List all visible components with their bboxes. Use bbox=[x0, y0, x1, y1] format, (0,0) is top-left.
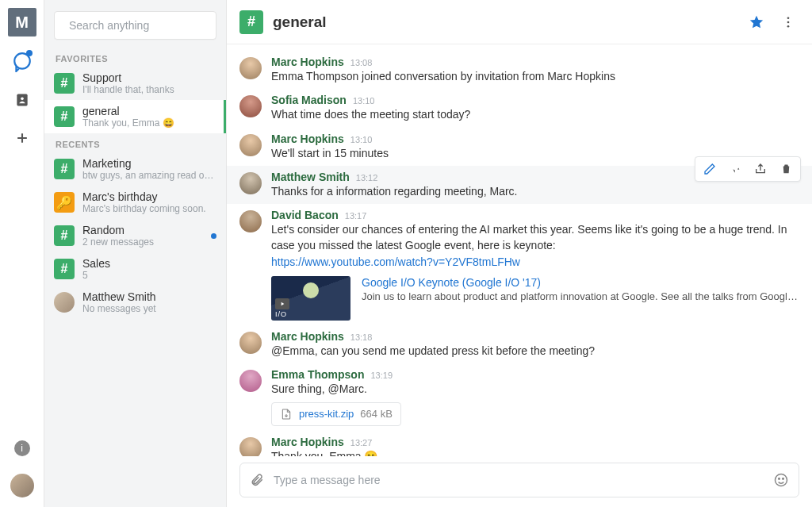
message-author[interactable]: Marc Hopkins bbox=[271, 330, 344, 343]
message-avatar[interactable] bbox=[239, 437, 262, 456]
link-preview[interactable]: Google I/O Keynote (Google I/O '17) Join… bbox=[271, 276, 799, 321]
conversation-preview: I'll handle that, thanks bbox=[82, 84, 216, 95]
conversation-title: Random bbox=[82, 224, 203, 236]
sidebar: FAVORITES # Support I'll handle that, th… bbox=[44, 0, 227, 507]
svg-point-5 bbox=[787, 21, 790, 23]
sidebar-item-marketing[interactable]: # Marketing btw guys, an amazing read on… bbox=[44, 152, 226, 186]
nav-rail: M i bbox=[0, 0, 44, 507]
share-button[interactable] bbox=[748, 159, 773, 179]
channel-title: general bbox=[273, 13, 327, 31]
svg-point-7 bbox=[776, 474, 787, 486]
message-author[interactable]: Marc Hopkins bbox=[271, 133, 344, 145]
conversation-title: Matthew Smith bbox=[82, 290, 216, 303]
message-avatar[interactable] bbox=[239, 332, 262, 354]
conversation-title: Support bbox=[82, 71, 216, 84]
conversation-preview: 5 bbox=[82, 270, 216, 281]
file-size: 664 kB bbox=[360, 408, 392, 420]
nav-contacts[interactable] bbox=[10, 87, 35, 113]
message-time: 13:10 bbox=[350, 135, 373, 144]
svg-point-9 bbox=[783, 478, 784, 480]
sidebar-item-random[interactable]: # Random 2 new messages bbox=[44, 219, 226, 252]
chat-pane: # general Marc Hopkins 13:08 Emma Thomps… bbox=[227, 0, 812, 507]
message-time: 13:10 bbox=[353, 96, 375, 106]
message-time: 13:19 bbox=[370, 371, 393, 380]
conversation-preview: btw guys, an amazing read on … bbox=[82, 170, 216, 181]
link-thumb bbox=[271, 276, 350, 321]
message-text: Let's consider our chances of entering t… bbox=[271, 221, 799, 270]
svg-point-4 bbox=[787, 17, 790, 19]
channel-badge-icon: 🔑 bbox=[54, 192, 75, 213]
favorite-button[interactable] bbox=[745, 11, 768, 33]
message-text: What time does the meeting start today? bbox=[271, 106, 799, 122]
message-avatar[interactable] bbox=[239, 57, 262, 79]
message-author[interactable]: Matthew Smith bbox=[271, 171, 350, 183]
nav-add[interactable] bbox=[10, 125, 35, 151]
message-author[interactable]: David Bacon bbox=[271, 209, 339, 221]
message: Marc Hopkins 13:27 Thank you, Emma 😄 bbox=[227, 431, 812, 456]
message-author[interactable]: Marc Hopkins bbox=[271, 436, 344, 448]
message-text: Emma Thompson joined conversation by inv… bbox=[271, 68, 799, 84]
message-avatar[interactable] bbox=[239, 95, 262, 117]
svg-point-2 bbox=[21, 98, 24, 101]
message-author[interactable]: Emma Thompson bbox=[271, 368, 364, 381]
message-text: Thanks for a information regarding meeti… bbox=[271, 183, 799, 199]
message-time: 13:17 bbox=[345, 211, 367, 221]
file-attachment[interactable]: press-kit.zip 664 kB bbox=[271, 402, 401, 426]
message-text: Thank you, Emma 😄 bbox=[271, 448, 799, 456]
conversation-preview: Thank you, Emma 😄 bbox=[82, 117, 216, 129]
channel-badge-icon: # bbox=[54, 73, 75, 94]
sidebar-item-marc-s-birthday[interactable]: 🔑 Marc's birthday Marc's birthday coming… bbox=[44, 186, 226, 219]
message-time: 13:27 bbox=[350, 438, 373, 447]
workspace-logo[interactable]: M bbox=[8, 8, 36, 36]
conversation-preview: 2 new messages bbox=[82, 236, 203, 248]
nav-messages[interactable] bbox=[10, 49, 35, 75]
channel-badge-icon: # bbox=[54, 225, 75, 246]
conversation-preview: Marc's birthday coming soon. bbox=[82, 203, 216, 214]
favorites-header: FAVORITES bbox=[44, 48, 226, 67]
recents-header: RECENTS bbox=[44, 133, 226, 152]
search-input[interactable] bbox=[69, 19, 208, 32]
message-time: 13:18 bbox=[350, 332, 373, 342]
composer[interactable] bbox=[239, 463, 799, 497]
message-author[interactable]: Marc Hopkins bbox=[271, 56, 344, 68]
pin-button[interactable] bbox=[722, 159, 748, 179]
channel-icon: # bbox=[239, 10, 263, 34]
message-time: 13:08 bbox=[350, 58, 373, 67]
link-title: Google I/O Keynote (Google I/O '17) bbox=[362, 276, 799, 289]
file-icon bbox=[280, 407, 293, 421]
conversation-title: general bbox=[82, 105, 216, 117]
search-box[interactable] bbox=[54, 11, 216, 40]
channel-badge-icon: # bbox=[54, 259, 75, 279]
file-name: press-kit.zip bbox=[299, 408, 354, 420]
message: Sofia Madison 13:10 What time does the m… bbox=[227, 89, 812, 127]
info-icon[interactable]: i bbox=[14, 440, 30, 456]
conversation-preview: No messages yet bbox=[82, 303, 216, 314]
message-avatar[interactable] bbox=[239, 134, 262, 156]
sidebar-item-matthew-smith[interactable]: Matthew Smith No messages yet bbox=[44, 286, 226, 319]
attach-icon[interactable] bbox=[250, 473, 264, 487]
sidebar-item-sales[interactable]: # Sales 5 bbox=[44, 252, 226, 286]
composer-input[interactable] bbox=[274, 474, 764, 486]
message: Matthew Smith 13:12 Thanks for a informa… bbox=[227, 166, 812, 204]
message: David Bacon 13:17 Let's consider our cha… bbox=[227, 204, 812, 325]
message-avatar[interactable] bbox=[239, 172, 262, 194]
conversation-title: Marc's birthday bbox=[82, 190, 216, 203]
svg-point-8 bbox=[779, 478, 780, 480]
message-avatar[interactable] bbox=[239, 210, 262, 232]
message: Emma Thompson 13:19 Sure thing, @Marc. p… bbox=[227, 363, 812, 430]
more-menu-button[interactable] bbox=[777, 11, 799, 33]
current-user-avatar[interactable] bbox=[10, 474, 34, 497]
emoji-icon[interactable] bbox=[773, 472, 789, 488]
delete-button[interactable] bbox=[773, 159, 799, 179]
message-author[interactable]: Sofia Madison bbox=[271, 94, 347, 106]
channel-badge-icon: # bbox=[54, 106, 75, 127]
channel-badge-icon: # bbox=[54, 159, 75, 179]
sidebar-item-general[interactable]: # general Thank you, Emma 😄 bbox=[44, 100, 226, 133]
message-text: @Emma, can you send me updated press kit… bbox=[271, 343, 799, 359]
edit-button[interactable] bbox=[697, 159, 722, 179]
link-description: Join us to learn about product and platf… bbox=[362, 290, 799, 302]
message-avatar[interactable] bbox=[239, 370, 262, 392]
sidebar-item-support[interactable]: # Support I'll handle that, thanks bbox=[44, 67, 226, 100]
conversation-title: Sales bbox=[82, 257, 216, 270]
message-list: Marc Hopkins 13:08 Emma Thompson joined … bbox=[227, 44, 812, 456]
